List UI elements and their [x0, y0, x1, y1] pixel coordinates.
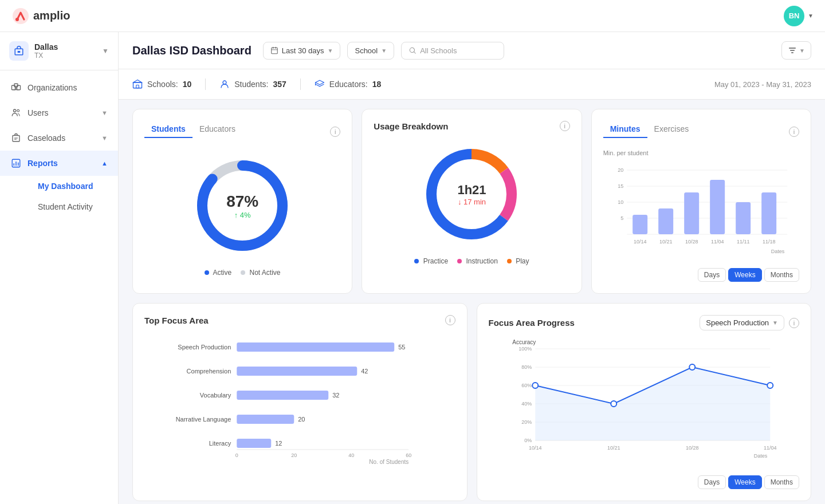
top-focus-title: Top Focus Area [144, 316, 209, 325]
tab-educators[interactable]: Educators [192, 121, 242, 138]
svg-rect-44 [684, 192, 699, 234]
legend-practice: Practice [414, 257, 448, 265]
educators-icon [315, 79, 325, 89]
students-info-icon[interactable]: i [330, 127, 340, 137]
svg-point-89 [532, 383, 538, 388]
minutes-time-btns: Days Weeks Months [603, 268, 799, 282]
svg-text:0%: 0% [524, 438, 532, 443]
minutes-info-icon[interactable]: i [789, 127, 799, 137]
svg-rect-11 [13, 136, 19, 142]
btn-weeks-focus[interactable]: Weeks [728, 475, 761, 489]
svg-text:10/28: 10/28 [685, 445, 698, 451]
students-card-header: Students Educators i [144, 121, 340, 143]
sidebar-sub-my-dashboard[interactable]: My Dashboard [28, 176, 118, 196]
sidebar-item-caseloads[interactable]: Caseloads ▼ [0, 125, 118, 151]
btn-months-minutes[interactable]: Months [764, 268, 799, 282]
svg-text:10/21: 10/21 [659, 239, 673, 245]
svg-text:40: 40 [348, 452, 354, 458]
svg-point-1 [15, 18, 19, 21]
svg-rect-18 [272, 48, 278, 54]
usage-value: 1h21 [457, 183, 486, 198]
svg-rect-46 [736, 202, 751, 234]
stat-schools: Schools: 10 [132, 79, 191, 89]
svg-text:60%: 60% [521, 383, 532, 388]
sidebar-item-users[interactable]: Users ▼ [0, 100, 118, 125]
tab-students[interactable]: Students [144, 121, 192, 138]
legend-dot-practice [414, 259, 419, 263]
usage-donut-chart: 1h21 ↓ 17 min [420, 143, 523, 246]
category-filter-label: School [355, 46, 378, 55]
stat-students: Students: 357 [219, 79, 286, 89]
schools-value: 10 [183, 80, 192, 89]
usage-title: Usage Breakdown [374, 121, 448, 131]
bar-chart-container: Min. per student 20 15 10 [603, 149, 799, 282]
district-state: TX [34, 52, 58, 60]
district-info: Dallas TX [9, 41, 58, 61]
date-filter-btn[interactable]: Last 30 days ▼ [263, 42, 341, 60]
svg-point-26 [223, 81, 226, 84]
usage-change: ↓ 17 min [457, 198, 486, 206]
date-filter-chevron: ▼ [328, 48, 333, 54]
svg-text:42: 42 [361, 368, 368, 375]
svg-rect-45 [710, 180, 725, 234]
sidebar-district[interactable]: Dallas TX ▼ [0, 32, 118, 70]
reports-chevron: ▲ [101, 160, 108, 167]
svg-rect-43 [658, 208, 673, 234]
user-avatar[interactable]: BN [784, 6, 804, 26]
btn-days-focus[interactable]: Days [698, 475, 726, 489]
sidebar-item-left-reports: Reports [10, 158, 58, 169]
svg-rect-56 [237, 342, 394, 352]
top-focus-info-icon[interactable]: i [445, 315, 455, 325]
category-filter-btn[interactable]: School ▼ [347, 42, 394, 60]
tab-exercises[interactable]: Exercises [647, 121, 696, 138]
school-search-btn[interactable]: All Schools [401, 42, 504, 60]
legend-play: Play [507, 257, 529, 265]
minutes-card: Minutes Exercises i Min. per student [591, 109, 811, 294]
building-icon [14, 46, 24, 56]
app-container: amplio BN ▼ Dallas [0, 0, 825, 504]
svg-line-23 [414, 52, 416, 54]
btn-months-focus[interactable]: Months [764, 475, 799, 489]
sidebar-item-reports[interactable]: Reports ▲ [0, 151, 118, 176]
svg-text:20: 20 [291, 452, 297, 458]
search-icon [408, 46, 417, 54]
students-legend: Active Not Active [205, 269, 281, 277]
filter-right: ▼ [781, 41, 811, 60]
cards-row2: Top Focus Area i Speech Production 55 Co… [119, 303, 825, 504]
usage-card: Usage Breakdown i [362, 109, 582, 294]
user-menu[interactable]: BN ▼ [784, 6, 814, 26]
svg-text:0: 0 [235, 452, 238, 458]
svg-point-92 [767, 383, 773, 388]
btn-days-minutes[interactable]: Days [698, 268, 726, 282]
focus-progress-svg: Accuracy 100% 80% 60% 40% 20% [489, 337, 800, 469]
tab-minutes[interactable]: Minutes [603, 121, 647, 138]
main-content: Dallas ISD Dashboard Last 30 days ▼ Scho… [119, 32, 825, 504]
logo-text: amplio [33, 9, 70, 22]
sidebar-label-reports: Reports [28, 159, 58, 168]
students-value: 357 [273, 80, 286, 89]
caseloads-icon [10, 132, 22, 144]
students-change: ↑ 4% [226, 211, 258, 219]
funnel-btn[interactable]: ▼ [781, 41, 811, 60]
focus-progress-info-icon[interactable]: i [789, 318, 799, 328]
focus-dropdown[interactable]: Speech Production ▼ [700, 315, 784, 330]
svg-rect-65 [237, 415, 294, 424]
svg-text:Literacy: Literacy [209, 440, 231, 447]
students-donut-center: 87% ↑ 4% [226, 192, 258, 219]
focus-dropdown-chevron: ▼ [772, 320, 778, 326]
svg-text:No. of Students: No. of Students [369, 459, 408, 464]
svg-text:5: 5 [620, 215, 623, 221]
sidebar-sub-student-activity[interactable]: Student Activity [28, 196, 118, 217]
users-chevron: ▼ [101, 109, 108, 116]
users-icon [10, 107, 22, 119]
svg-rect-59 [237, 367, 357, 376]
usage-info-icon[interactable]: i [560, 121, 570, 131]
btn-weeks-minutes[interactable]: Weeks [728, 268, 761, 282]
bar-chart-y-label: Min. per student [603, 149, 799, 156]
amplio-logo-icon [11, 7, 30, 25]
sidebar-item-organizations[interactable]: Organizations [0, 75, 118, 100]
calendar-icon [270, 46, 278, 54]
top-focus-svg: Speech Production 55 Comprehension 42 Vo… [144, 332, 455, 464]
legend-dot-inactive [241, 270, 245, 275]
top-focus-card: Top Focus Area i Speech Production 55 Co… [132, 303, 467, 501]
